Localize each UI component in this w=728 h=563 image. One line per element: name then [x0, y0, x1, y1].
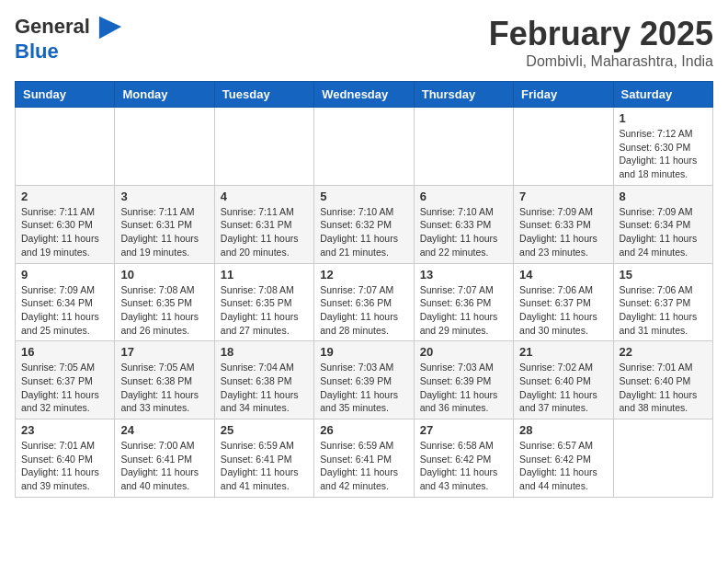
- day-info: Sunrise: 7:08 AM Sunset: 6:35 PM Dayligh…: [221, 283, 308, 338]
- calendar-week-5: 23Sunrise: 7:01 AM Sunset: 6:40 PM Dayli…: [16, 419, 713, 498]
- logo-general: General: [15, 15, 90, 38]
- calendar-day: 25Sunrise: 6:59 AM Sunset: 6:41 PM Dayli…: [214, 419, 313, 498]
- calendar-day: 26Sunrise: 6:59 AM Sunset: 6:41 PM Dayli…: [314, 419, 414, 498]
- calendar-table: SundayMondayTuesdayWednesdayThursdayFrid…: [15, 81, 713, 498]
- calendar-day: [16, 108, 115, 186]
- day-info: Sunrise: 7:04 AM Sunset: 6:38 PM Dayligh…: [221, 361, 308, 415]
- calendar-header-thursday: Thursday: [414, 82, 513, 108]
- calendar-day: [613, 419, 712, 498]
- calendar-week-3: 9Sunrise: 7:09 AM Sunset: 6:34 PM Daylig…: [16, 263, 713, 341]
- day-info: Sunrise: 6:57 AM Sunset: 6:42 PM Dayligh…: [519, 439, 607, 493]
- day-number: 13: [420, 268, 507, 282]
- day-number: 11: [221, 268, 308, 282]
- calendar-day: 12Sunrise: 7:07 AM Sunset: 6:36 PM Dayli…: [314, 263, 414, 341]
- day-number: 3: [120, 190, 208, 203]
- day-number: 15: [620, 268, 707, 282]
- logo-blue: Blue: [15, 40, 59, 63]
- day-number: 28: [519, 423, 607, 437]
- day-info: Sunrise: 7:03 AM Sunset: 6:39 PM Dayligh…: [320, 361, 407, 415]
- calendar-day: 13Sunrise: 7:07 AM Sunset: 6:36 PM Dayli…: [414, 263, 513, 341]
- calendar-header-sunday: Sunday: [16, 82, 115, 108]
- title-section: February 2025 Dombivli, Maharashtra, Ind…: [489, 15, 713, 70]
- calendar-day: 19Sunrise: 7:03 AM Sunset: 6:39 PM Dayli…: [314, 341, 414, 419]
- calendar-day: [514, 108, 613, 186]
- day-info: Sunrise: 6:58 AM Sunset: 6:42 PM Dayligh…: [420, 439, 507, 493]
- day-info: Sunrise: 7:12 AM Sunset: 6:30 PM Dayligh…: [620, 127, 707, 181]
- calendar-header-tuesday: Tuesday: [214, 82, 313, 108]
- day-number: 5: [320, 190, 407, 203]
- day-number: 14: [519, 268, 607, 282]
- day-info: Sunrise: 7:09 AM Sunset: 6:34 PM Dayligh…: [21, 283, 108, 338]
- calendar-day: 22Sunrise: 7:01 AM Sunset: 6:40 PM Dayli…: [613, 341, 712, 419]
- calendar-day: 23Sunrise: 7:01 AM Sunset: 6:40 PM Dayli…: [16, 419, 115, 498]
- day-info: Sunrise: 7:01 AM Sunset: 6:40 PM Dayligh…: [21, 439, 108, 493]
- day-number: 17: [120, 345, 208, 359]
- day-info: Sunrise: 7:10 AM Sunset: 6:33 PM Dayligh…: [420, 205, 507, 259]
- day-number: 12: [320, 268, 407, 282]
- calendar-day: 6Sunrise: 7:10 AM Sunset: 6:33 PM Daylig…: [414, 185, 513, 263]
- calendar-day: [314, 108, 414, 186]
- calendar-day: 10Sunrise: 7:08 AM Sunset: 6:35 PM Dayli…: [115, 263, 214, 341]
- day-info: Sunrise: 7:08 AM Sunset: 6:35 PM Dayligh…: [120, 283, 208, 338]
- day-info: Sunrise: 7:00 AM Sunset: 6:41 PM Dayligh…: [120, 439, 208, 493]
- calendar-day: [414, 108, 513, 186]
- calendar-day: [115, 108, 214, 186]
- calendar-header-monday: Monday: [115, 82, 214, 108]
- logo: General Blue: [15, 15, 123, 63]
- day-number: 16: [21, 345, 108, 359]
- day-number: 9: [21, 268, 108, 282]
- day-number: 25: [221, 423, 308, 437]
- day-info: Sunrise: 7:10 AM Sunset: 6:32 PM Dayligh…: [320, 205, 407, 259]
- day-number: 7: [519, 190, 607, 203]
- location-title: Dombivli, Maharashtra, India: [489, 53, 713, 70]
- day-info: Sunrise: 7:06 AM Sunset: 6:37 PM Dayligh…: [620, 283, 707, 338]
- day-info: Sunrise: 7:06 AM Sunset: 6:37 PM Dayligh…: [519, 283, 607, 338]
- day-info: Sunrise: 7:11 AM Sunset: 6:31 PM Dayligh…: [221, 205, 308, 259]
- calendar-day: 2Sunrise: 7:11 AM Sunset: 6:30 PM Daylig…: [16, 185, 115, 263]
- calendar-day: 27Sunrise: 6:58 AM Sunset: 6:42 PM Dayli…: [414, 419, 513, 498]
- calendar-week-4: 16Sunrise: 7:05 AM Sunset: 6:37 PM Dayli…: [16, 341, 713, 419]
- day-info: Sunrise: 7:11 AM Sunset: 6:30 PM Dayligh…: [21, 205, 108, 259]
- calendar-day: 4Sunrise: 7:11 AM Sunset: 6:31 PM Daylig…: [214, 185, 313, 263]
- calendar-day: 20Sunrise: 7:03 AM Sunset: 6:39 PM Dayli…: [414, 341, 513, 419]
- calendar-day: [214, 108, 313, 186]
- day-number: 4: [221, 190, 308, 203]
- logo-icon: [97, 15, 123, 40]
- calendar-day: 14Sunrise: 7:06 AM Sunset: 6:37 PM Dayli…: [514, 263, 613, 341]
- calendar-day: 5Sunrise: 7:10 AM Sunset: 6:32 PM Daylig…: [314, 185, 414, 263]
- calendar-day: 7Sunrise: 7:09 AM Sunset: 6:33 PM Daylig…: [514, 185, 613, 263]
- day-info: Sunrise: 7:05 AM Sunset: 6:38 PM Dayligh…: [120, 361, 208, 415]
- calendar-header-saturday: Saturday: [613, 82, 712, 108]
- calendar-header-row: SundayMondayTuesdayWednesdayThursdayFrid…: [16, 82, 713, 108]
- day-number: 20: [420, 345, 507, 359]
- day-info: Sunrise: 7:09 AM Sunset: 6:34 PM Dayligh…: [620, 205, 707, 259]
- day-number: 23: [21, 423, 108, 437]
- calendar-day: 1Sunrise: 7:12 AM Sunset: 6:30 PM Daylig…: [613, 108, 712, 186]
- calendar-day: 11Sunrise: 7:08 AM Sunset: 6:35 PM Dayli…: [214, 263, 313, 341]
- calendar-day: 24Sunrise: 7:00 AM Sunset: 6:41 PM Dayli…: [115, 419, 214, 498]
- day-info: Sunrise: 7:02 AM Sunset: 6:40 PM Dayligh…: [519, 361, 607, 415]
- day-number: 10: [120, 268, 208, 282]
- calendar-week-1: 1Sunrise: 7:12 AM Sunset: 6:30 PM Daylig…: [16, 108, 713, 186]
- day-info: Sunrise: 7:07 AM Sunset: 6:36 PM Dayligh…: [320, 283, 407, 338]
- svg-marker-0: [99, 17, 121, 39]
- month-title: February 2025: [489, 15, 713, 53]
- day-number: 8: [620, 190, 707, 203]
- calendar-day: 21Sunrise: 7:02 AM Sunset: 6:40 PM Dayli…: [514, 341, 613, 419]
- calendar-header-friday: Friday: [514, 82, 613, 108]
- day-number: 1: [620, 111, 707, 125]
- day-number: 6: [420, 190, 507, 203]
- calendar-day: 28Sunrise: 6:57 AM Sunset: 6:42 PM Dayli…: [514, 419, 613, 498]
- day-info: Sunrise: 6:59 AM Sunset: 6:41 PM Dayligh…: [320, 439, 407, 493]
- calendar-header-wednesday: Wednesday: [314, 82, 414, 108]
- day-info: Sunrise: 7:11 AM Sunset: 6:31 PM Dayligh…: [120, 205, 208, 259]
- day-info: Sunrise: 7:05 AM Sunset: 6:37 PM Dayligh…: [21, 361, 108, 415]
- day-number: 26: [320, 423, 407, 437]
- calendar-day: 3Sunrise: 7:11 AM Sunset: 6:31 PM Daylig…: [115, 185, 214, 263]
- day-info: Sunrise: 6:59 AM Sunset: 6:41 PM Dayligh…: [221, 439, 308, 493]
- day-number: 27: [420, 423, 507, 437]
- calendar-day: 15Sunrise: 7:06 AM Sunset: 6:37 PM Dayli…: [613, 263, 712, 341]
- day-number: 2: [21, 190, 108, 203]
- page-header: General Blue February 2025 Dombivli, Mah…: [15, 15, 713, 70]
- day-info: Sunrise: 7:01 AM Sunset: 6:40 PM Dayligh…: [620, 361, 707, 415]
